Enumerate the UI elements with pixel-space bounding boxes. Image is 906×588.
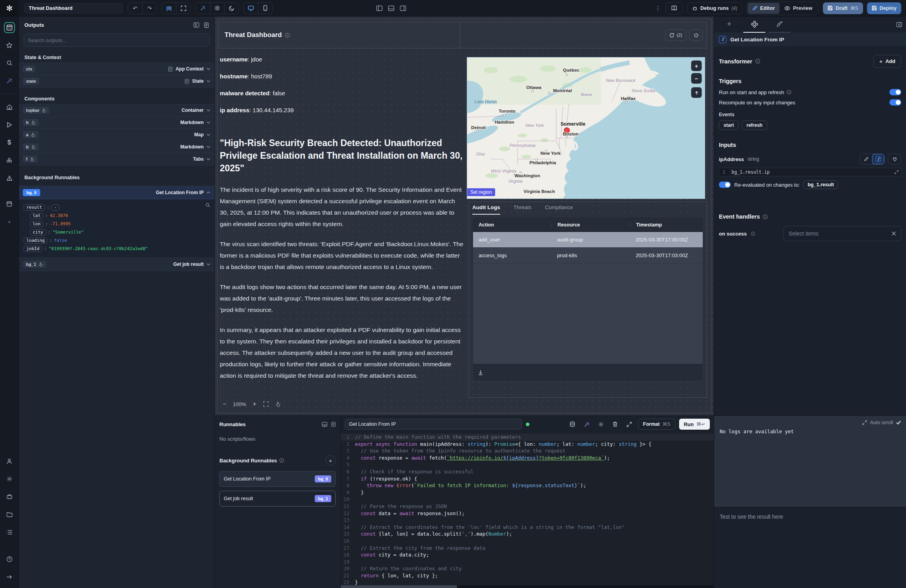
schedule-power-button[interactable] xyxy=(689,29,703,41)
docs-button[interactable] xyxy=(666,2,683,14)
bg0-runnable-row[interactable]: bg_0 Get Location From IP xyxy=(19,186,214,199)
background-runnable-item[interactable]: Get Location From IPbg_0 xyxy=(219,471,336,487)
collapse-rail-icon[interactable] xyxy=(4,571,15,582)
logs-icon[interactable] xyxy=(4,527,15,538)
doc-panel-icon[interactable] xyxy=(204,22,209,28)
topbar-container-component[interactable]: Threat Dashboard (2) xyxy=(219,22,707,48)
app-title-input[interactable] xyxy=(24,3,123,13)
mobile-view-icon[interactable] xyxy=(258,3,272,14)
desktop-view-icon[interactable] xyxy=(244,3,258,14)
toggle-bottom-panel-icon[interactable] xyxy=(388,6,394,11)
component-row-f[interactable]: fTabs xyxy=(19,153,214,165)
editor-h-scrollbar[interactable] xyxy=(341,585,714,588)
component-row-h[interactable]: hMarkdown xyxy=(19,117,214,129)
ai-wand-icon[interactable] xyxy=(4,75,15,86)
runs-icon[interactable] xyxy=(4,119,15,130)
runnable-title-input[interactable] xyxy=(345,419,522,430)
run-on-start-toggle[interactable] xyxy=(889,89,901,95)
component-row-b[interactable]: bMarkdown xyxy=(19,141,214,153)
background-runnable-item[interactable]: Get job resultbg_1 xyxy=(219,491,336,506)
undo-button[interactable]: ↶ xyxy=(128,3,142,14)
json-key[interactable]: city xyxy=(30,229,46,236)
workers-icon[interactable] xyxy=(4,491,15,502)
doc-bottom-icon[interactable] xyxy=(331,422,336,427)
user-icon[interactable] xyxy=(4,456,15,467)
markdown-report-component[interactable]: "High-Risk Security Breach Detected: Una… xyxy=(220,137,465,390)
reeval-target-chip[interactable]: bg_1.result xyxy=(803,180,838,189)
toggle-left-panel-icon[interactable] xyxy=(376,6,382,11)
on-success-select[interactable]: Select items xyxy=(783,226,901,241)
component-row-topbar[interactable]: topbarContainer xyxy=(19,104,214,117)
eval-mode-function-icon[interactable]: f xyxy=(872,154,884,164)
state-row-ctx[interactable]: ctxApp Context xyxy=(19,63,214,75)
json-key[interactable]: loading xyxy=(24,237,47,244)
search-icon[interactable] xyxy=(4,58,15,69)
zoom-out-icon[interactable]: − xyxy=(223,401,226,408)
markdown-info-component[interactable]: username: jdoehostname: host789malware d… xyxy=(220,56,464,124)
map-zoom-out-button[interactable]: − xyxy=(691,73,702,83)
outputs-search-input[interactable] xyxy=(28,37,205,43)
collapse-right-panel-icon[interactable] xyxy=(896,22,902,27)
schedules-icon[interactable] xyxy=(4,173,15,184)
connect-plug-icon[interactable] xyxy=(888,154,901,165)
debug-runs-button[interactable]: Debug runs(4) xyxy=(687,2,743,14)
event-chip-refresh[interactable]: refresh xyxy=(742,121,767,130)
folders-icon[interactable] xyxy=(4,509,15,520)
json-key[interactable]: lat xyxy=(30,213,43,219)
tab-compliance[interactable]: Compliance xyxy=(545,204,573,215)
state-row-state[interactable]: stateState xyxy=(19,75,214,87)
ai-assist-icon[interactable] xyxy=(581,419,592,429)
table-row[interactable]: add_useraudit-group2025-03-30T17:00:00Z xyxy=(473,232,703,248)
table-row[interactable]: access_logsprod-k8s2025-03-30T17:03:00Z xyxy=(473,248,703,263)
dark-mode-icon[interactable] xyxy=(224,3,238,14)
script-settings-icon[interactable] xyxy=(596,419,606,429)
magic-theme-icon[interactable] xyxy=(196,3,210,14)
outputs-search[interactable] xyxy=(24,33,210,47)
code-editor[interactable]: 1// Define the main function with the re… xyxy=(341,432,714,585)
recompute-toggle[interactable] xyxy=(889,99,901,106)
cache-icon[interactable] xyxy=(567,419,577,429)
collapse-panel-icon[interactable] xyxy=(193,22,199,28)
json-key[interactable]: result xyxy=(24,204,45,211)
light-mode-icon[interactable] xyxy=(210,3,224,14)
add-transformer-button[interactable]: +Add xyxy=(873,55,901,68)
apps-icon[interactable] xyxy=(4,22,15,33)
map-zoom-in-button[interactable]: + xyxy=(691,61,702,71)
delete-script-icon[interactable] xyxy=(610,419,620,429)
expand-expression-icon[interactable] xyxy=(895,170,899,174)
zoom-in-icon[interactable]: + xyxy=(253,401,256,408)
insert-tab[interactable]: + xyxy=(718,17,740,33)
expand-editor-icon[interactable] xyxy=(624,419,634,429)
tab-audit-logs[interactable]: Audit Logs xyxy=(472,204,500,215)
expand-layout-button[interactable] xyxy=(176,3,190,14)
expand-logs-icon[interactable] xyxy=(862,420,867,425)
app-canvas[interactable]: Threat Dashboard (2) username: jdoehostn… xyxy=(215,17,714,415)
redo-button[interactable]: ↷ xyxy=(142,3,156,14)
format-button[interactable]: Format⌘S xyxy=(638,419,675,430)
center-layout-button[interactable]: |0| xyxy=(162,3,176,14)
resources-icon[interactable] xyxy=(4,155,15,166)
settings-tab[interactable] xyxy=(743,17,765,33)
home-icon[interactable] xyxy=(4,102,15,113)
collapse-toggle[interactable]: - xyxy=(51,204,59,211)
auto-scroll-check-icon[interactable] xyxy=(896,421,901,425)
style-tab[interactable] xyxy=(769,17,791,33)
download-icon[interactable] xyxy=(478,370,483,375)
bg1-runnable-row[interactable]: bg_1 Get job result xyxy=(19,258,214,271)
event-chip-start[interactable]: start xyxy=(719,121,739,130)
set-region-button[interactable]: Set region xyxy=(467,188,495,196)
component-row-a[interactable]: aMap xyxy=(19,129,214,141)
windmill-logo[interactable]: ✻ xyxy=(0,0,19,17)
clear-select-icon[interactable] xyxy=(891,231,896,236)
draft-button[interactable]: Draft⌘S xyxy=(823,2,863,14)
settings-gear-icon[interactable] xyxy=(4,473,15,484)
deploy-button[interactable]: Deploy xyxy=(867,2,901,14)
collapse-bottom-icon[interactable] xyxy=(322,422,327,427)
add-icon[interactable]: + xyxy=(4,216,15,227)
tab-threats[interactable]: Threats xyxy=(514,204,532,215)
calendar-icon[interactable] xyxy=(4,198,15,209)
preview-tab[interactable]: Preview xyxy=(780,3,817,14)
json-key[interactable]: jobId xyxy=(24,246,42,252)
input-expression-editor[interactable]: 1 bg_1.result.ip xyxy=(719,168,901,176)
variables-icon[interactable]: $ xyxy=(4,137,15,148)
